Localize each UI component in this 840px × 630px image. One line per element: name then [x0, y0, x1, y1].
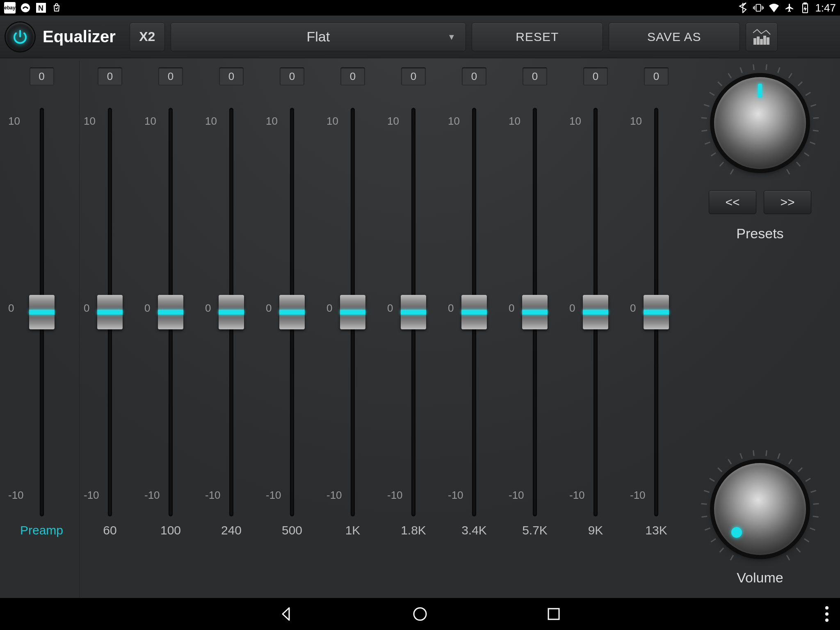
scale-label: 0	[509, 302, 514, 315]
scale-label: 0	[387, 302, 393, 315]
scale-label: 10	[387, 115, 399, 128]
preset-dropdown[interactable]: Flat ▼	[171, 23, 466, 51]
vibrate-icon	[753, 2, 764, 14]
power-button[interactable]	[6, 23, 34, 51]
volume-knob[interactable]	[707, 456, 813, 562]
bluetooth-icon	[737, 2, 749, 14]
notif-shop-icon	[51, 2, 62, 14]
eq-band-1.8K: 0100-101.8K	[383, 61, 444, 598]
eq-band-60: 0100-1060	[80, 61, 140, 598]
freq-label: 3.4K	[461, 523, 487, 537]
battery-icon	[799, 2, 811, 14]
scale-label: -10	[509, 489, 524, 502]
freq-label: 100	[160, 523, 181, 537]
reset-button[interactable]: RESET	[472, 23, 603, 51]
svg-rect-5	[804, 3, 806, 4]
status-time: 1:47	[815, 2, 836, 14]
scale-label: 0	[266, 302, 272, 315]
scale-label: 0	[84, 302, 89, 315]
preset-prev-button[interactable]: <<	[709, 190, 756, 214]
band-value-box[interactable]: 0	[583, 67, 608, 85]
preamp-value-box[interactable]: 0	[30, 67, 54, 85]
volume-label: Volume	[737, 570, 783, 586]
freq-label: 9K	[588, 523, 603, 537]
scale-label: 0	[569, 302, 575, 315]
eq-band-13K: 0100-1013K	[626, 61, 687, 598]
band-value-box[interactable]: 0	[98, 67, 122, 85]
svg-rect-6	[754, 39, 756, 44]
scale-label: 0	[205, 302, 211, 315]
slider-thumb[interactable]	[219, 295, 244, 329]
preset-next-button[interactable]: >>	[764, 190, 811, 214]
spectrum-view-button[interactable]	[746, 23, 778, 51]
x2-button[interactable]: X2	[130, 23, 165, 51]
scale-label: -10	[205, 489, 221, 502]
slider-thumb[interactable]	[97, 295, 123, 329]
scale-label: 10	[326, 115, 338, 128]
scale-label: 10	[630, 115, 642, 128]
scale-label: 10	[144, 115, 156, 128]
scale-label: 10	[8, 115, 20, 128]
slider-thumb[interactable]	[461, 295, 487, 329]
band-value-box[interactable]: 0	[523, 67, 547, 85]
eq-band-9K: 0100-109K	[565, 61, 626, 598]
scale-label: 10	[569, 115, 581, 128]
slider-thumb[interactable]	[401, 295, 426, 329]
scale-label: 0	[448, 302, 454, 315]
scale-label: 0	[144, 302, 150, 315]
nav-recent-button[interactable]	[544, 605, 563, 623]
scale-label: 10	[509, 115, 520, 128]
scale-label: -10	[144, 489, 160, 502]
svg-rect-7	[757, 37, 759, 44]
scale-label: -10	[448, 489, 463, 502]
airplane-icon	[784, 2, 795, 14]
presets-label: Presets	[736, 226, 783, 242]
nav-overflow-button[interactable]	[825, 606, 829, 622]
svg-text:N: N	[38, 4, 43, 12]
freq-label: 60	[103, 523, 116, 537]
chevron-down-icon: ▼	[447, 32, 456, 41]
eq-band-5.7K: 0100-105.7K	[504, 61, 565, 598]
band-value-box[interactable]: 0	[401, 67, 426, 85]
nav-home-button[interactable]	[411, 605, 429, 623]
scale-label: 0	[326, 302, 332, 315]
slider-thumb[interactable]	[583, 295, 608, 329]
svg-rect-12	[548, 609, 559, 619]
band-value-box[interactable]: 0	[158, 67, 183, 85]
scale-label: 0	[630, 302, 636, 315]
slider-thumb[interactable]	[158, 295, 183, 329]
band-value-box[interactable]: 0	[219, 67, 244, 85]
scale-label: 10	[84, 115, 96, 128]
eq-band-1K: 0100-101K	[322, 61, 383, 598]
nav-back-button[interactable]	[277, 605, 296, 623]
android-nav-bar	[0, 598, 840, 630]
preamp-label: Preamp	[20, 523, 63, 537]
slider-thumb[interactable]	[279, 295, 305, 329]
svg-rect-10	[767, 38, 769, 44]
band-value-box[interactable]: 0	[644, 67, 669, 85]
scale-label: 10	[205, 115, 217, 128]
preamp-band: 0100-10Preamp	[4, 61, 80, 598]
band-value-box[interactable]: 0	[462, 67, 486, 85]
slider-thumb[interactable]	[522, 295, 548, 329]
band-value-box[interactable]: 0	[280, 67, 304, 85]
scale-label: -10	[84, 489, 99, 502]
freq-label: 240	[221, 523, 242, 537]
scale-label: -10	[266, 489, 281, 502]
freq-label: 1K	[345, 523, 361, 537]
preset-selected-label: Flat	[307, 29, 330, 45]
eq-band-3.4K: 0100-103.4K	[444, 61, 504, 598]
app-title: Equalizer	[43, 27, 116, 46]
band-value-box[interactable]: 0	[340, 67, 365, 85]
toolbar: Equalizer X2 Flat ▼ RESET SAVE AS	[0, 16, 840, 58]
slider-thumb[interactable]	[340, 295, 365, 329]
svg-rect-9	[764, 36, 766, 44]
scale-label: -10	[569, 489, 585, 502]
notif-ebay-icon: ebay	[4, 2, 16, 14]
save-as-button[interactable]: SAVE AS	[609, 23, 740, 51]
eq-band-100: 0100-10100	[140, 61, 201, 598]
slider-thumb[interactable]	[29, 295, 55, 329]
eq-bands-area: 0100-10Preamp0100-10600100-101000100-102…	[0, 58, 840, 598]
slider-thumb[interactable]	[644, 295, 669, 329]
preset-knob[interactable]	[707, 70, 813, 176]
